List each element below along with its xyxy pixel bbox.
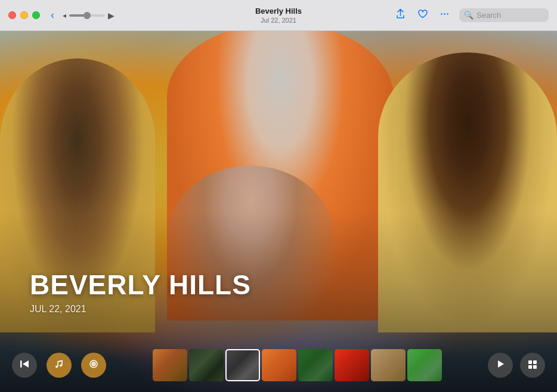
back-button[interactable]: ‹ <box>48 7 57 24</box>
filmstrip-thumb[interactable] <box>262 349 296 381</box>
chevron-left-icon: ‹ <box>51 9 54 21</box>
titlebar-center: Beverly Hills Jul 22, 2021 <box>255 7 302 24</box>
photo-title: BEVERLY HILLS <box>30 270 251 300</box>
svg-rect-10 <box>533 360 537 364</box>
filmstrip <box>116 347 478 383</box>
grid-icon <box>527 359 538 372</box>
target-icon <box>88 359 99 372</box>
play-icon <box>495 359 506 372</box>
music-note-icon <box>54 359 64 372</box>
photo-area: BEVERLY HILLS JUL 22, 2021 <box>0 31 557 392</box>
filmstrip-thumb-selected[interactable] <box>225 349 260 381</box>
photo-date: JUL 22, 2021 <box>30 304 251 315</box>
filmstrip-thumb[interactable] <box>189 349 224 381</box>
play-button[interactable] <box>488 353 513 378</box>
more-button[interactable] <box>437 7 452 24</box>
titlebar: ‹ ◂ ▶ Beverly Hills Jul 22, 2021 <box>0 0 557 31</box>
photo-text-overlay: BEVERLY HILLS JUL 22, 2021 <box>30 270 251 315</box>
filmstrip-thumb[interactable] <box>298 349 333 381</box>
share-button[interactable] <box>393 7 408 24</box>
window-date: Jul 22, 2021 <box>255 17 302 24</box>
svg-point-0 <box>441 13 442 14</box>
ellipsis-icon <box>440 9 450 22</box>
traffic-lights <box>8 11 40 19</box>
theme-button[interactable] <box>81 353 106 378</box>
volume-control: ◂ ▶ <box>63 11 115 20</box>
music-button[interactable] <box>47 353 72 378</box>
svg-marker-4 <box>23 360 29 368</box>
window-title: Beverly Hills <box>255 7 302 17</box>
svg-point-1 <box>444 13 445 14</box>
svg-rect-3 <box>20 360 22 368</box>
svg-point-2 <box>447 13 448 14</box>
search-icon: 🔍 <box>464 11 474 20</box>
svg-marker-8 <box>498 360 504 368</box>
svg-point-7 <box>93 363 94 365</box>
filmstrip-thumb[interactable] <box>407 349 442 381</box>
svg-rect-12 <box>533 365 537 369</box>
skip-back-button[interactable] <box>12 353 37 378</box>
skip-back-icon <box>19 359 30 372</box>
close-button[interactable] <box>8 11 16 19</box>
filmstrip-thumb[interactable] <box>371 349 406 381</box>
heart-button[interactable] <box>415 7 430 24</box>
volume-slider[interactable] <box>69 14 105 17</box>
heart-icon <box>417 9 428 22</box>
svg-rect-9 <box>528 360 532 364</box>
controls-bar <box>0 338 557 392</box>
minimize-button[interactable] <box>20 11 28 19</box>
maximize-button[interactable] <box>32 11 40 19</box>
filmstrip-thumb[interactable] <box>153 349 187 381</box>
search-input[interactable] <box>476 11 542 20</box>
share-icon <box>395 9 406 22</box>
search-bar[interactable]: 🔍 <box>459 8 549 22</box>
right-controls <box>488 353 545 378</box>
volume-low-icon: ◂ <box>63 11 66 20</box>
svg-rect-11 <box>528 365 532 369</box>
grid-button[interactable] <box>520 353 545 378</box>
filmstrip-thumb[interactable] <box>335 349 369 381</box>
volume-high-icon: ▶ <box>108 11 115 20</box>
titlebar-actions: 🔍 <box>393 7 549 24</box>
